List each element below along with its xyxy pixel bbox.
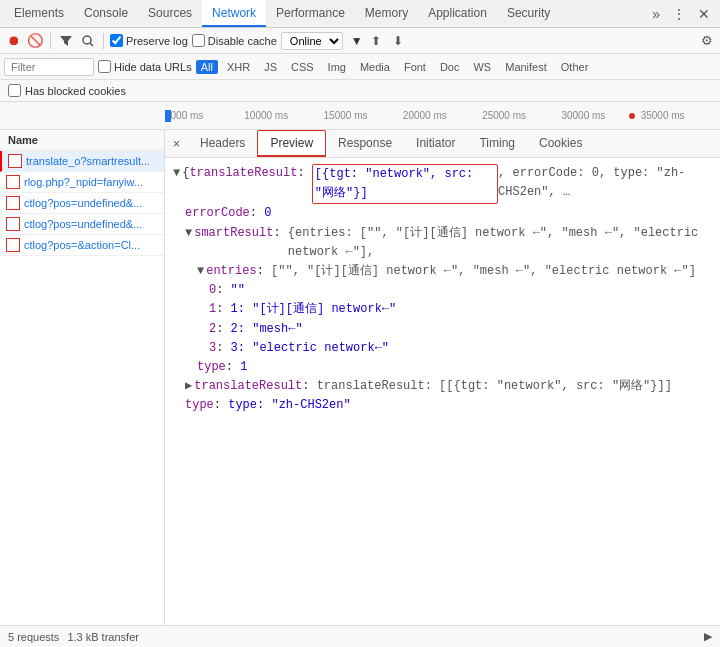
- toolbar-divider-2: [103, 33, 104, 49]
- filter-js-button[interactable]: JS: [259, 60, 282, 74]
- tab-performance[interactable]: Performance: [266, 0, 355, 27]
- req-icon-1: [6, 175, 20, 189]
- transfer-size: 1.3 kB transfer: [67, 631, 139, 643]
- tab-elements[interactable]: Elements: [4, 0, 74, 27]
- network-toolbar: ⏺ 🚫 Preserve log Disable cache Online ▼ …: [0, 28, 720, 54]
- tab-security[interactable]: Security: [497, 0, 560, 27]
- filter-input[interactable]: [4, 58, 94, 76]
- close-devtools-button[interactable]: ✕: [692, 2, 716, 26]
- detail-tabs: × Headers Preview Response Initiator Tim…: [165, 130, 720, 158]
- json-line-type1: type : 1: [173, 358, 712, 377]
- request-item-4[interactable]: ctlog?pos=&action=Cl...: [0, 235, 164, 256]
- record-button[interactable]: ⏺: [4, 32, 22, 50]
- timeline-header: 5000 ms 10000 ms 15000 ms 20000 ms 25000…: [0, 102, 720, 130]
- request-count: 5 requests: [8, 631, 59, 643]
- timeline-marker: [629, 113, 635, 119]
- timeline-label-3: 20000 ms: [403, 110, 482, 121]
- tab-memory[interactable]: Memory: [355, 0, 418, 27]
- req-icon-3: [6, 217, 20, 231]
- timeline-label-1: 10000 ms: [244, 110, 323, 121]
- json-toggle-smartresult[interactable]: ▼: [185, 224, 192, 243]
- filter-ws-button[interactable]: WS: [468, 60, 496, 74]
- req-name-0: translate_o?smartresult...: [26, 155, 150, 167]
- hide-data-urls-checkbox[interactable]: Hide data URLs: [98, 60, 192, 73]
- filter-xhr-button[interactable]: XHR: [222, 60, 255, 74]
- svg-line-1: [90, 43, 93, 46]
- request-list-header: Name: [0, 130, 164, 151]
- detail-tab-headers[interactable]: Headers: [188, 130, 257, 157]
- timeline-labels: 5000 ms 10000 ms 15000 ms 20000 ms 25000…: [0, 102, 720, 129]
- detail-close-button[interactable]: ×: [165, 133, 188, 155]
- tab-application[interactable]: Application: [418, 0, 497, 27]
- timeline-progress-bar: [165, 110, 171, 122]
- timeline-label-4: 25000 ms: [482, 110, 561, 121]
- filter-all-button[interactable]: All: [196, 60, 218, 74]
- json-toggle-root[interactable]: ▼: [173, 164, 180, 183]
- detail-tab-preview[interactable]: Preview: [257, 130, 326, 157]
- search-icon: [82, 35, 94, 47]
- detail-tab-cookies[interactable]: Cookies: [527, 130, 594, 157]
- main-content: Name translate_o?smartresult... rlog.php…: [0, 130, 720, 625]
- json-line-smartresult: ▼ smartResult : {entries: ["", "[计][通信] …: [173, 224, 712, 262]
- filter-css-button[interactable]: CSS: [286, 60, 319, 74]
- svg-point-0: [83, 36, 91, 44]
- tab-sources[interactable]: Sources: [138, 0, 202, 27]
- json-toggle-translateresult[interactable]: ▶: [185, 377, 192, 396]
- network-throttle-select[interactable]: Online: [281, 32, 343, 50]
- settings-button[interactable]: ⚙: [698, 32, 716, 50]
- detail-tab-initiator[interactable]: Initiator: [404, 130, 467, 157]
- preserve-log-checkbox[interactable]: Preserve log: [110, 34, 188, 47]
- import-button[interactable]: ⬆: [367, 32, 385, 50]
- req-name-4: ctlog?pos=&action=Cl...: [24, 239, 140, 251]
- detail-panel: × Headers Preview Response Initiator Tim…: [165, 130, 720, 625]
- req-icon-0: [8, 154, 22, 168]
- json-line-entry-0: 0 : "": [173, 281, 712, 300]
- tab-network[interactable]: Network: [202, 0, 266, 27]
- more-tabs-button[interactable]: »: [646, 2, 666, 26]
- status-bar: 5 requests 1.3 kB transfer ▶: [0, 625, 720, 647]
- json-line-type2: type : type: "zh-CHS2en": [173, 396, 712, 415]
- search-button[interactable]: [79, 32, 97, 50]
- request-item-2[interactable]: ctlog?pos=undefined&...: [0, 193, 164, 214]
- json-line-errorcode: errorCode : 0: [173, 204, 712, 223]
- req-name-2: ctlog?pos=undefined&...: [24, 197, 142, 209]
- devtools-tab-bar: Elements Console Sources Network Perform…: [0, 0, 720, 28]
- json-line-entry-1: 1 : 1: "[计][通信] network←": [173, 300, 712, 319]
- filter-icon-button[interactable]: [57, 32, 75, 50]
- blocked-cookies-bar: Has blocked cookies: [0, 80, 720, 102]
- filter-other-button[interactable]: Other: [556, 60, 594, 74]
- json-line-entry-2: 2 : 2: "mesh←": [173, 320, 712, 339]
- blocked-cookies-label[interactable]: Has blocked cookies: [8, 84, 126, 97]
- filter-img-button[interactable]: Img: [323, 60, 351, 74]
- request-item-1[interactable]: rlog.php?_npid=fanyiw...: [0, 172, 164, 193]
- req-name-3: ctlog?pos=undefined&...: [24, 218, 142, 230]
- detail-tab-response[interactable]: Response: [326, 130, 404, 157]
- filter-font-button[interactable]: Font: [399, 60, 431, 74]
- filter-icon: [59, 34, 73, 48]
- timeline-label-6: 35000 ms: [641, 110, 720, 121]
- request-list: Name translate_o?smartresult... rlog.php…: [0, 130, 165, 625]
- request-item-0[interactable]: translate_o?smartresult...: [0, 151, 164, 172]
- filter-media-button[interactable]: Media: [355, 60, 395, 74]
- req-icon-2: [6, 196, 20, 210]
- timeline-label-2: 15000 ms: [324, 110, 403, 121]
- filter-doc-button[interactable]: Doc: [435, 60, 465, 74]
- resize-handle-bottom[interactable]: ▶: [704, 630, 712, 643]
- tab-console[interactable]: Console: [74, 0, 138, 27]
- request-item-3[interactable]: ctlog?pos=undefined&...: [0, 214, 164, 235]
- json-line-root: ▼ { translateResult : [{tgt: "network", …: [173, 164, 712, 204]
- export-button[interactable]: ⬇: [389, 32, 407, 50]
- detail-tab-timing[interactable]: Timing: [467, 130, 527, 157]
- clear-button[interactable]: 🚫: [26, 32, 44, 50]
- toolbar-divider-1: [50, 33, 51, 49]
- disable-cache-checkbox[interactable]: Disable cache: [192, 34, 277, 47]
- json-toggle-entries[interactable]: ▼: [197, 262, 204, 281]
- json-line-translateresult: ▶ translateResult : translateResult: [[{…: [173, 377, 712, 396]
- dock-button[interactable]: ⋮: [666, 2, 692, 26]
- filter-manifest-button[interactable]: Manifest: [500, 60, 552, 74]
- json-line-entry-3: 3 : 3: "electric network←": [173, 339, 712, 358]
- preview-content[interactable]: ▼ { translateResult : [{tgt: "network", …: [165, 158, 720, 625]
- blocked-cookies-checkbox[interactable]: [8, 84, 21, 97]
- req-name-1: rlog.php?_npid=fanyiw...: [24, 176, 143, 188]
- req-icon-4: [6, 238, 20, 252]
